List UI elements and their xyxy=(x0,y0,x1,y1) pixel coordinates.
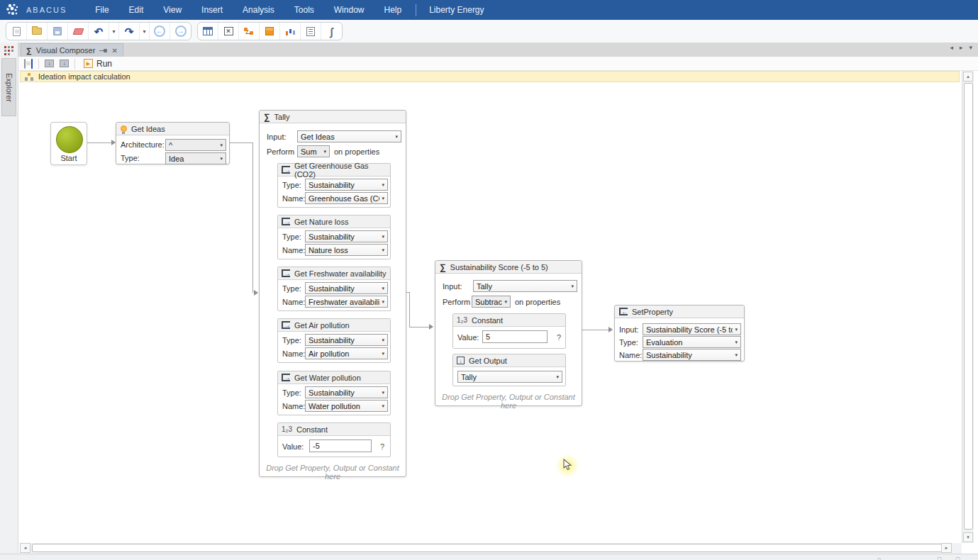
redo-dropdown-button[interactable]: ▾ xyxy=(140,23,150,40)
get-property-block[interactable]: → Get Nature loss Type: Sustainability ▾… xyxy=(277,215,391,259)
open-button[interactable] xyxy=(27,23,48,40)
start-circle-icon[interactable] xyxy=(56,126,83,153)
scroll-left-button[interactable]: ◂ xyxy=(20,543,30,553)
import-button[interactable]: ↓ xyxy=(45,60,54,67)
constant-value-input[interactable] xyxy=(482,330,548,343)
navigate-back-button[interactable]: ← xyxy=(150,23,170,40)
tally-node[interactable]: ∑ Tally Input: Get Ideas ▾ Perform Sum ▾… xyxy=(259,110,406,477)
get-property-block-header[interactable]: → Get Freshwater availability xyxy=(278,267,390,280)
name-dropdown[interactable]: Nature loss ▾ xyxy=(305,244,388,256)
type-dropdown[interactable]: Sustainability ▾ xyxy=(305,179,388,191)
navigate-forward-button[interactable]: → xyxy=(170,23,191,40)
help-button[interactable]: ? xyxy=(557,333,561,342)
menu-tools[interactable]: Tools xyxy=(284,0,324,20)
get-property-block[interactable]: → Get Greenhouse Gas (CO2) Type: Sustain… xyxy=(277,163,391,208)
name-dropdown[interactable]: Air pollution ▾ xyxy=(305,347,388,359)
close-icon[interactable]: ✕ xyxy=(111,47,117,55)
get-property-block[interactable]: → Get Water pollution Type: Sustainabili… xyxy=(277,371,391,415)
delete-button[interactable] xyxy=(68,23,89,40)
tab-visual-composer[interactable]: ∑ Visual Composer ✕ xyxy=(21,43,123,57)
connector-view-button[interactable]: ∫ xyxy=(321,23,342,40)
menu-file[interactable]: File xyxy=(85,0,118,20)
diagram-view-button[interactable] xyxy=(239,23,260,40)
get-property-block[interactable]: → Get Freshwater availability Type: Sust… xyxy=(277,267,391,311)
constant-block[interactable]: 1₂3 Constant Value: ? xyxy=(452,313,566,349)
undo-dropdown-button[interactable]: ▾ xyxy=(109,23,119,40)
tally-perform-dropdown[interactable]: Sum ▾ xyxy=(297,145,330,157)
tally-input-dropdown[interactable]: Get Ideas ▾ xyxy=(297,130,401,142)
score-perform-dropdown[interactable]: Subtract ▾ xyxy=(472,296,511,308)
constant-block[interactable]: 1₂3 Constant Value: ? xyxy=(277,422,391,457)
next-tab-icon[interactable]: ▸ xyxy=(960,44,963,51)
type-dropdown[interactable]: Sustainability ▾ xyxy=(305,282,388,294)
set-property-node-header[interactable]: ← SetProperty xyxy=(615,306,744,318)
prev-tab-icon[interactable]: ◂ xyxy=(950,44,953,51)
model-view-button[interactable] xyxy=(260,23,280,40)
get-output-block[interactable]: ↓ Get Output Tally ▾ xyxy=(452,354,566,386)
get-output-block-header[interactable]: ↓ Get Output xyxy=(453,354,565,367)
constant-block-header[interactable]: 1₂3 Constant xyxy=(453,314,565,327)
type-dropdown[interactable]: Sustainability ▾ xyxy=(305,334,388,346)
scroll-down-button[interactable]: ▾ xyxy=(963,532,973,542)
dropdown-value: Sustainability Score (-5 to 5) xyxy=(646,325,733,334)
name-dropdown[interactable]: Freshwater availability ▾ xyxy=(305,296,388,308)
explorer-blocks-icon[interactable] xyxy=(4,46,13,55)
menu-view[interactable]: View xyxy=(153,0,191,20)
menu-edit[interactable]: Edit xyxy=(119,0,154,20)
vertical-scrollbar-thumb[interactable] xyxy=(964,83,973,530)
get-property-block[interactable]: → Get Air pollution Type: Sustainability… xyxy=(277,318,391,363)
help-button[interactable]: ? xyxy=(380,442,384,451)
menu-help[interactable]: Help xyxy=(374,0,411,20)
score-node-header[interactable]: ∑ Sustainability Score (-5 to 5) xyxy=(435,261,582,274)
architecture-dropdown[interactable]: ^ ▾ xyxy=(165,139,226,151)
get-ideas-node[interactable]: Get Ideas Architecture: ^ ▾ Type: Idea ▾ xyxy=(116,122,230,164)
type-dropdown[interactable]: Sustainability ▾ xyxy=(305,386,388,398)
composer-canvas[interactable]: Start Get Ideas Architecture: ^ ▾ Type: … xyxy=(20,82,961,543)
score-input-dropdown[interactable]: Tally ▾ xyxy=(473,280,577,292)
composer-new-button[interactable] xyxy=(24,60,26,68)
scroll-right-button[interactable]: ▸ xyxy=(941,543,952,553)
get-property-block-header[interactable]: → Get Air pollution xyxy=(278,319,390,332)
redo-button[interactable]: ↷ xyxy=(119,23,140,40)
pin-icon[interactable] xyxy=(99,47,107,54)
constant-block-header[interactable]: 1₂3 Constant xyxy=(278,423,390,436)
menu-window[interactable]: Window xyxy=(324,0,374,20)
get-property-block-header[interactable]: → Get Nature loss xyxy=(278,215,390,228)
vertical-scrollbar[interactable]: ▴ ▾ xyxy=(962,71,974,543)
sustainability-score-node[interactable]: ∑ Sustainability Score (-5 to 5) Input: … xyxy=(435,260,582,406)
report-view-button[interactable] xyxy=(301,23,321,40)
horizontal-scrollbar-thumb[interactable] xyxy=(32,544,943,552)
tally-node-header[interactable]: ∑ Tally xyxy=(260,111,406,123)
run-button[interactable]: ▶ Run xyxy=(81,59,115,69)
menu-insert[interactable]: Insert xyxy=(191,0,233,20)
get-property-block-header[interactable]: → Get Greenhouse Gas (CO2) xyxy=(278,164,390,177)
set-property-node[interactable]: ← SetProperty Input: Sustainability Scor… xyxy=(614,305,745,362)
chart-view-button[interactable] xyxy=(280,23,301,40)
save-button[interactable] xyxy=(48,23,68,40)
set-property-type-dropdown[interactable]: Evaluation ▾ xyxy=(643,336,741,348)
composer-save-button[interactable] xyxy=(31,60,33,68)
horizontal-scrollbar[interactable]: ◂ ▸ xyxy=(20,543,962,554)
matrix-view-button[interactable]: ✕ xyxy=(218,23,239,40)
menu-analysis[interactable]: Analysis xyxy=(233,0,284,20)
undo-button[interactable]: ↶ xyxy=(89,23,109,40)
scroll-up-button[interactable]: ▴ xyxy=(963,72,973,82)
type-dropdown[interactable]: Idea ▾ xyxy=(165,152,226,164)
get-output-dropdown[interactable]: Tally ▾ xyxy=(457,371,562,383)
explorer-tab[interactable]: Explorer xyxy=(1,58,16,116)
chevron-down-icon: ▾ xyxy=(571,284,574,289)
export-button[interactable]: ↓ xyxy=(60,60,69,67)
new-document-button[interactable] xyxy=(6,23,27,40)
start-node[interactable]: Start xyxy=(50,122,87,165)
table-view-button[interactable] xyxy=(198,23,218,40)
name-dropdown[interactable]: Greenhouse Gas (CO2) ▾ xyxy=(305,192,388,204)
tab-list-icon[interactable]: ▾ xyxy=(969,44,972,51)
get-property-block-header[interactable]: → Get Water pollution xyxy=(278,371,390,384)
set-property-name-dropdown[interactable]: Sustainability ▾ xyxy=(643,349,741,361)
get-ideas-node-header[interactable]: Get Ideas xyxy=(116,123,229,135)
type-dropdown[interactable]: Sustainability ▾ xyxy=(305,230,388,242)
set-property-input-dropdown[interactable]: Sustainability Score (-5 to 5) ▾ xyxy=(643,323,741,335)
name-dropdown[interactable]: Water pollution ▾ xyxy=(305,400,388,412)
dropdown-value: ^ xyxy=(169,141,218,150)
constant-value-input[interactable] xyxy=(309,439,372,452)
